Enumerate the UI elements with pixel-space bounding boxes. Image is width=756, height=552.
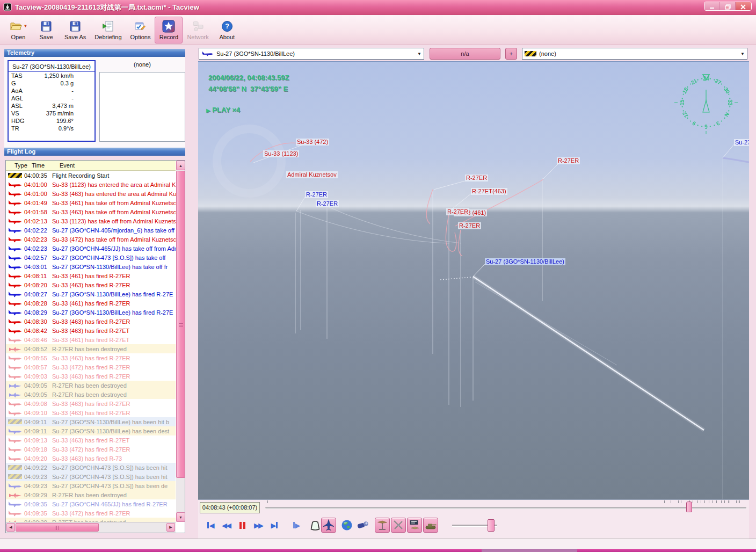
flight-log-row[interactable]: 04:08:30Su-33 (463) has fired R-27ER <box>6 317 176 326</box>
tertiary-object-combo[interactable]: (none) ▼ <box>522 48 747 60</box>
object-label[interactable]: Su-33 (1123) <box>263 150 299 157</box>
open-button[interactable]: ▼Open <box>4 17 32 43</box>
flight-log-row[interactable]: 04:01:00Su-33 (1123) has entered the are… <box>6 180 176 189</box>
skip-to-end-button[interactable]: ▶ <box>267 519 281 532</box>
flight-log-row[interactable]: 04:02:23Su-33 (472) has take off from Ad… <box>6 235 176 244</box>
timeline-slider[interactable] <box>265 507 746 509</box>
flight-log-row[interactable]: 04:09:18Su-33 (472) has fired R-27ER <box>6 445 176 454</box>
column-event: Event <box>60 161 75 170</box>
hscroll-thumb[interactable] <box>16 523 99 532</box>
zoom-slider-thumb[interactable] <box>488 519 495 532</box>
flight-log-row[interactable]: 04:09:22Su-27 (3GO*CHN-473 [S.O.S]) has … <box>6 463 176 472</box>
object-label[interactable]: R-27ER <box>316 200 339 207</box>
flight-log-row[interactable]: 04:09:23Su-27 (3GO*CHN-473 [S.O.S]) has … <box>6 481 176 490</box>
vscroll-thumb[interactable] <box>176 171 185 478</box>
flight-log-row[interactable]: 04:08:55Su-33 (463) has fired R-27ER <box>6 353 176 362</box>
scroll-down-button[interactable]: ▼ <box>176 512 185 522</box>
flight-log-columns[interactable]: Type Time Event <box>6 161 176 171</box>
flight-log-row[interactable]: 04:08:42Su-33 (463) has fired R-27ET <box>6 326 176 335</box>
flight-log-row[interactable]: 04:09:03Su-33 (463) has fired R-27ER <box>6 372 176 381</box>
fast-forward-button[interactable]: ▶▶ <box>251 519 265 532</box>
object-label[interactable]: R-27ER <box>458 222 481 229</box>
flight-log-row[interactable]: 04:01:58Su-33 (463) has take off from Ad… <box>6 207 176 216</box>
scroll-right-button[interactable]: ▶ <box>166 523 175 532</box>
add-object-button[interactable]: + <box>505 48 517 60</box>
record-button[interactable]: Record <box>155 17 183 43</box>
flight-log-row[interactable]: 04:09:23Su-27 (3GO*CHN-473 [S.O.S]) has … <box>6 472 176 481</box>
taskbar-strip[interactable] <box>0 549 756 552</box>
object-label[interactable]: R-27ER <box>557 157 580 164</box>
3d-view[interactable]: 2004/06/22, 04:08:43.59Z 44°08'58" N 37°… <box>198 61 749 499</box>
skip-to-start-button[interactable]: ◀ <box>203 519 217 532</box>
flight-log-row[interactable]: 04:01:49Su-33 (461) has take off from Ad… <box>6 198 176 207</box>
save-as-button[interactable]: ?Save As <box>60 17 90 43</box>
camera-view-toggle[interactable] <box>355 518 370 533</box>
flight-log-row[interactable]: 04:09:11Su-27 (3GO*SN-1130/BillLee) has … <box>6 417 176 426</box>
flight-log-row[interactable]: 04:08:52R-27ER has been destroyed <box>6 344 176 353</box>
step-forward-button[interactable]: ▶ <box>289 519 303 532</box>
flight-log-row[interactable]: 04:08:46Su-33 (461) has fired R-27ET <box>6 335 176 344</box>
about-button[interactable]: ?About <box>213 17 241 43</box>
flight-log-row[interactable]: 04:09:39R-27ET has been destroyed <box>6 518 176 522</box>
flight-log-row[interactable]: 04:02:23Su-27 (3GO*CHN-465/JJ) has take … <box>6 244 176 253</box>
flight-log-row[interactable]: 04:09:13Su-33 (463) has fired R-27ET <box>6 435 176 445</box>
flight-log-row[interactable]: 04:09:20Su-33 (463) has fired R-73 <box>6 454 176 463</box>
flight-log-row[interactable]: 04:09:08Su-33 (463) has fired R-27ER <box>6 399 176 408</box>
save-button[interactable]: Save <box>32 17 60 43</box>
flight-log-row[interactable]: 04:01:00Su-33 (463) has entered the area… <box>6 189 176 198</box>
object-label[interactable]: Admiral Kuznetsov <box>286 171 338 178</box>
object-label[interactable]: R-27ER <box>305 191 328 198</box>
label-board-toggle[interactable] <box>407 518 422 533</box>
rewind-button[interactable]: ◀◀ <box>219 519 233 532</box>
flight-log-row[interactable]: 04:08:29Su-27 (3GO*SN-1130/BillLee) has … <box>6 308 176 317</box>
missile-display-toggle[interactable] <box>391 518 406 533</box>
flight-log-row[interactable]: 04:08:57Su-33 (472) has fired R-27ER <box>6 362 176 372</box>
maximize-button[interactable] <box>720 2 736 11</box>
flight-log-row[interactable]: 04:00:35Flight Recording Start <box>6 171 176 180</box>
na-button[interactable]: n/a <box>430 48 500 60</box>
flight-log-row[interactable]: 04:08:27Su-27 (3GO*SN-1130/BillLee) has … <box>6 289 176 299</box>
object-label[interactable]: Su-33 (472) <box>296 139 329 146</box>
object-label[interactable]: Su-27 (3GO*SN-1130/BillLee) <box>485 258 565 265</box>
aircraft-stand-toggle[interactable] <box>375 518 390 533</box>
flight-log-row[interactable]: 04:09:05R-27ER has been destroyed <box>6 381 176 390</box>
telemetry-primary-box[interactable]: Su-27 (3GO*SN-1130/BillLee) TAS1,250 km/… <box>8 60 96 142</box>
debriefing-button[interactable]: Debriefing <box>90 17 126 43</box>
telemetry-secondary-box[interactable] <box>99 72 185 142</box>
cockpit-view-toggle[interactable] <box>308 518 323 533</box>
flight-log-row[interactable]: 04:08:28Su-33 (461) has fired R-27ER <box>6 299 176 308</box>
flight-log-row[interactable]: 04:02:57Su-27 (3GO*CHN-473 [S.O.S]) has … <box>6 253 176 262</box>
flight-log-row[interactable]: 04:09:10Su-33 (463) has fired R-27ER <box>6 408 176 417</box>
flight-log-row[interactable]: 04:09:29R-27ER has been destroyed <box>6 490 176 499</box>
object-label[interactable]: Su-27 <box>734 139 749 146</box>
object-label[interactable]: R-27ET(463) <box>471 188 507 195</box>
flight-log-row[interactable]: 04:08:20Su-33 (463) has fired R-27ER <box>6 280 176 289</box>
flight-log-row[interactable]: 04:03:01Su-27 (3GO*SN-1130/BillLee) has … <box>6 262 176 271</box>
pause-button[interactable] <box>235 519 249 532</box>
flight-log-row[interactable]: 04:09:11Su-27 (3GO*SN-1130/BillLee) has … <box>6 426 176 435</box>
open-dropdown-caret[interactable]: ▼ <box>24 24 28 28</box>
object-label[interactable]: R-27ER <box>465 175 488 181</box>
ground-vehicles-toggle[interactable] <box>423 518 438 533</box>
flight-log-row[interactable]: 04:09:05R-27ER has been destroyed <box>6 390 176 399</box>
titlebar[interactable]: Tacview-20080419-211613对战第一局.txt.acmi* -… <box>0 0 756 15</box>
flight-log-table: Type Time Event 04:00:35Flight Recording… <box>5 160 185 533</box>
options-button[interactable]: Options <box>126 17 155 43</box>
aircraft-model-toggle[interactable] <box>321 518 336 533</box>
event-type-icon <box>6 491 24 498</box>
timeline-thumb[interactable] <box>686 502 692 512</box>
close-button[interactable] <box>736 2 751 11</box>
flight-log-row[interactable]: 04:09:35Su-27 (3GO*CHN-465/JJ) has fired… <box>6 499 176 509</box>
event-type-icon <box>6 208 24 215</box>
object-label[interactable]: R-27ER <box>446 208 469 215</box>
primary-object-combo[interactable]: Su-27 (3GO*SN-1130/BillLee) ▼ <box>199 48 424 60</box>
flight-log-row[interactable]: 04:09:35Su-33 (472) has fired R-27ER <box>6 509 176 518</box>
scroll-up-button[interactable]: ▲ <box>176 161 185 170</box>
flight-log-row[interactable]: 04:08:11Su-33 (461) has fired R-27ER <box>6 271 176 280</box>
globe-view-toggle[interactable] <box>339 518 354 533</box>
flight-log-row[interactable]: 04:02:22Su-27 (3GO*CHN-405/mjordan_6) ha… <box>6 226 176 235</box>
scroll-left-button[interactable]: ◀ <box>6 523 15 532</box>
minimize-button[interactable] <box>704 2 720 11</box>
flight-log-row[interactable]: 04:02:13Su-33 (1123) has take off from A… <box>6 216 176 226</box>
taskbar-active-app[interactable] <box>482 549 577 552</box>
